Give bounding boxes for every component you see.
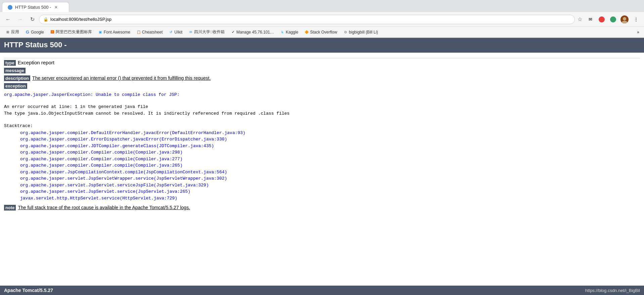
back-button[interactable]: ← <box>3 14 13 25</box>
bookmark-bigbigbill-label: bigbigbill (Bill Li) <box>349 30 378 35</box>
menu-button[interactable]: ⋮ <box>631 14 641 25</box>
bookmarks-more-button[interactable]: » <box>635 29 641 36</box>
page-footer: Apache Tomcat/5.5.27 https://blog.csdn.n… <box>0 286 644 295</box>
description-row: description The server encountered an in… <box>4 75 640 81</box>
google-icon: G <box>25 30 30 35</box>
bookmark-cheatsheet[interactable]: 📋 Cheatsheet <box>134 29 165 36</box>
bookmark-apps[interactable]: ⊞ 应用 <box>3 28 22 36</box>
stacktrace-line-7: org.apache.jasper.JspCompilationContext.… <box>20 169 640 176</box>
stacktrace-line-5: org.apache.jasper.compiler.Compiler.comp… <box>20 156 640 163</box>
footer-right: https://blog.csdn.net/i_BigBil <box>585 288 640 293</box>
address-bar[interactable]: 🔒 localhost:8090/test/helloJSP.jsp <box>39 15 575 24</box>
tab-close-button[interactable]: ✕ <box>54 5 58 10</box>
type-value: Exception report <box>18 60 54 65</box>
avatar-button[interactable] <box>619 14 630 25</box>
page-content: HTTP Status 500 - type Exception report … <box>0 38 644 286</box>
stacktrace-header: Stacktrace: <box>4 123 640 130</box>
message-row: message <box>4 68 640 73</box>
browser-chrome: HTTP Status 500 - ✕ ← → ↻ 🔒 localhost:80… <box>0 0 644 38</box>
green-circle-button[interactable] <box>608 14 618 25</box>
message-label: message <box>4 68 26 73</box>
note-row: note The full stack trace of the root ca… <box>4 205 640 211</box>
bookmark-kaggle-label: Kaggle <box>286 30 298 35</box>
url-text: localhost:8090/test/helloJSP.jsp <box>50 17 111 22</box>
tab-title: HTTP Status 500 - <box>15 5 51 10</box>
stacktrace-line-3: org.apache.jasper.compiler.JDTCompiler.g… <box>20 143 640 150</box>
bookmark-fontawesome[interactable]: ▣ Font Awesome <box>95 29 133 36</box>
stackoverflow-icon: 🔶 <box>304 30 309 35</box>
bookmark-uikit-label: UIkit <box>174 30 182 35</box>
stacktrace-line-2: org.apache.jasper.compiler.ErrorDispatch… <box>20 136 640 143</box>
description-label: description <box>4 75 30 81</box>
alibaba-icon: 🅰 <box>50 30 55 35</box>
bookmark-apps-label: 应用 <box>11 29 19 35</box>
bookmark-star-button[interactable]: ☆ <box>576 15 584 24</box>
stacktrace-line-11: javax.servlet.http.HttpServlet.service(H… <box>20 195 640 202</box>
email-bookmark-icon: ✉ <box>188 30 193 35</box>
nav-bar: ← → ↻ 🔒 localhost:8090/test/helloJSP.jsp… <box>0 12 644 27</box>
bookmark-stackoverflow-label: Stack Overflow <box>310 30 337 35</box>
bookmark-manage-label: Manage 45.76.101… <box>236 30 274 35</box>
note-label: note <box>4 205 16 211</box>
exception-class: org.apache.jasper.JasperException: Unabl… <box>4 92 640 98</box>
stacktrace-line-10: org.apache.jasper.servlet.JspServlet.ser… <box>20 188 640 195</box>
bookmark-manage[interactable]: ✓ Manage 45.76.101… <box>228 29 277 36</box>
svg-point-1 <box>622 21 628 23</box>
tab-favicon <box>8 5 12 10</box>
manage-icon: ✓ <box>231 30 235 35</box>
bookmark-alibaba-label: 阿里巴巴矢量图标库 <box>56 29 92 35</box>
error-line-2: The type java.io.ObjectInputStream canno… <box>4 110 640 117</box>
fontawesome-icon: ▣ <box>98 30 103 35</box>
stacktrace-lines: org.apache.jasper.compiler.DefaultErrorH… <box>20 130 640 202</box>
apps-icon: ⊞ <box>5 30 10 35</box>
secure-icon: 🔒 <box>43 17 48 22</box>
stacktrace-line-1: org.apache.jasper.compiler.DefaultErrorH… <box>20 130 640 136</box>
green-indicator-icon <box>610 16 616 22</box>
email-button[interactable]: ✉ <box>585 14 596 25</box>
exception-label: exception <box>4 83 27 89</box>
type-row: type Exception report <box>4 60 640 66</box>
reload-button[interactable]: ↻ <box>27 14 38 25</box>
bookmark-uikit[interactable]: ↺ UIkit <box>166 29 185 36</box>
svg-point-0 <box>623 17 626 20</box>
tab-bar: HTTP Status 500 - ✕ <box>0 0 644 12</box>
top-divider <box>4 58 640 58</box>
bookmark-email[interactable]: ✉ 四川大学::收件箱 <box>186 28 227 36</box>
uikit-icon: ↺ <box>169 30 173 35</box>
bookmark-google[interactable]: G Google <box>22 29 47 36</box>
forward-button: → <box>15 14 26 25</box>
bookmark-email-label: 四川大学::收件箱 <box>194 29 225 35</box>
stacktrace-line-8: org.apache.jasper.servlet.JspServletWrap… <box>20 175 640 182</box>
footer-left: Apache Tomcat/5.5.27 <box>4 288 53 293</box>
active-tab[interactable]: HTTP Status 500 - ✕ <box>2 2 69 12</box>
bookmarks-bar: ⊞ 应用 G Google 🅰 阿里巴巴矢量图标库 ▣ Font Awesome… <box>0 27 644 38</box>
bookmark-fontawesome-label: Font Awesome <box>104 30 130 35</box>
status-title: HTTP Status 500 - <box>4 41 67 49</box>
kaggle-icon: k <box>280 30 285 35</box>
stacktrace-line-6: org.apache.jasper.compiler.Compiler.comp… <box>20 162 640 169</box>
exception-row: exception <box>4 83 640 89</box>
bookmark-cheatsheet-label: Cheatsheet <box>142 30 163 35</box>
note-text: The full stack trace of the root cause i… <box>18 205 190 210</box>
bookmark-stackoverflow[interactable]: 🔶 Stack Overflow <box>302 29 340 36</box>
stacktrace-line-4: org.apache.jasper.compiler.Compiler.comp… <box>20 149 640 156</box>
status-header: HTTP Status 500 - <box>0 38 644 52</box>
stacktrace-line-9: org.apache.jasper.servlet.JspServlet.ser… <box>20 182 640 189</box>
type-label: type <box>4 60 16 66</box>
red-circle-button[interactable] <box>596 14 607 25</box>
cheatsheet-icon: 📋 <box>136 30 141 35</box>
description-value: The server encountered an internal error… <box>32 75 211 81</box>
bookmark-google-label: Google <box>31 30 44 35</box>
error-line-1: An error occurred at line: 1 in the gene… <box>4 104 640 111</box>
nav-right-actions: ✉ ⋮ <box>585 14 641 25</box>
red-indicator-icon <box>599 16 605 22</box>
user-avatar <box>620 15 629 23</box>
github-icon: ⊙ <box>343 30 348 35</box>
exception-detail: org.apache.jasper.JasperException: Unabl… <box>4 92 640 201</box>
bookmark-kaggle[interactable]: k Kaggle <box>277 29 301 36</box>
bookmark-bigbigbill[interactable]: ⊙ bigbigbill (Bill Li) <box>340 29 381 36</box>
bookmark-alibaba[interactable]: 🅰 阿里巴巴矢量图标库 <box>47 28 95 36</box>
content-body: type Exception report message descriptio… <box>0 52 644 215</box>
